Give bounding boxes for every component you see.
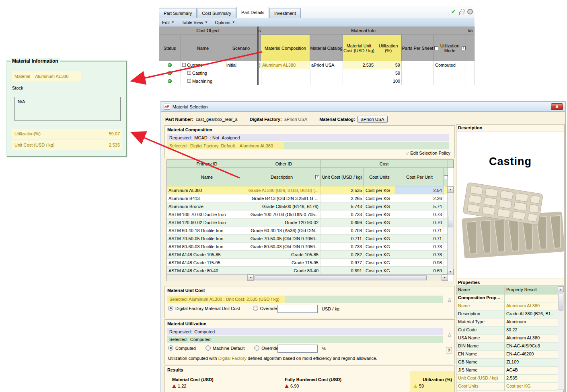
group-header-primary-id[interactable]: Primary ID: [167, 160, 247, 168]
property-row[interactable]: Cost UnitsCost per KG: [456, 383, 564, 391]
unit-label: %: [322, 346, 326, 351]
table-row-machining[interactable]: +Machining 100: [159, 77, 475, 85]
column-header-description[interactable]: Description+: [247, 168, 320, 186]
material-row[interactable]: ASTM 120-90-02 Ductile IronGrade 120-90-…: [167, 218, 448, 227]
material-row[interactable]: Aluminum BronzeGrade C95500 (B148, B176)…: [167, 202, 448, 210]
material-row[interactable]: ASTM A148 Grade 115-95Grade 115-950.977C…: [167, 259, 448, 267]
property-row[interactable]: NameAluminum AL380: [456, 302, 564, 310]
properties-column-name[interactable]: Name: [456, 286, 505, 294]
override-unit-cost-input[interactable]: [277, 305, 318, 313]
scroll-thumb[interactable]: [255, 275, 427, 280]
menu-label: Edit: [162, 20, 170, 25]
tab-part-summary[interactable]: Part Summary: [159, 8, 197, 18]
scroll-down-button[interactable]: ▼: [558, 390, 564, 392]
material-row-selected[interactable]: Aluminum AL380Grade AL380 (B26, B108, B6…: [167, 186, 448, 194]
selected-bar-text: Selected: Aluminum AL380 , Unit Cost: 2.…: [167, 296, 285, 303]
property-row[interactable]: Cut Code30.22: [456, 327, 564, 335]
column-header-material-unit-cost[interactable]: Material Unit Cost (USD / kg): [343, 35, 375, 61]
scroll-up-button[interactable]: ▲: [558, 286, 564, 292]
material-row[interactable]: ASTM 100-70-03 Ductile IronGrade 100-70-…: [167, 210, 448, 218]
column-header-material-catalog[interactable]: Material Catalog: [310, 35, 343, 61]
horizontal-scrollbar[interactable]: ◄ ►: [167, 274, 448, 281]
column-header-cost-per-unit[interactable]: Cost Per Unit: [395, 168, 444, 186]
material-row[interactable]: ASTM 70-50-05 Ductile IronGrade 70-50-05…: [167, 235, 448, 243]
column-header-unit-cost[interactable]: Unit Cost (USD / kg): [320, 168, 364, 186]
collapse-node-icon[interactable]: −: [182, 63, 186, 67]
tab-label: Part Details: [241, 10, 264, 15]
name-cell: −Current: [181, 61, 225, 69]
menu-table-view[interactable]: Table View▼: [182, 20, 208, 25]
column-header-parts-per-sheet[interactable]: Parts Per Sheet: [402, 35, 434, 61]
dialog-title-bar[interactable]: aP Material Selection ✖: [161, 102, 565, 112]
group-header-cost[interactable]: Cost: [320, 160, 448, 168]
radio-override-utilization[interactable]: [254, 345, 259, 351]
parts-per-sheet-cell: [402, 61, 434, 69]
scroll-thumb[interactable]: [559, 294, 563, 310]
property-row[interactable]: Material TypeAluminum: [456, 318, 564, 327]
unlocked-padlock-icon[interactable]: [459, 12, 464, 15]
unit-label: USD / kg: [322, 306, 339, 311]
property-row[interactable]: Unit Cost (USD / kg)2.535: [456, 375, 564, 383]
material-row[interactable]: ASTM A148 Grade 105-85Grade 105-850.782C…: [167, 251, 448, 259]
material-row[interactable]: ASTM 80-60-03 Ductile IronGrade 80-60-03…: [167, 243, 448, 251]
utilization-chip: Utilization(%) 59.07: [12, 129, 122, 139]
column-header-name[interactable]: Name: [181, 35, 225, 61]
table-row-casting[interactable]: +Casting 59: [159, 69, 475, 77]
override-utilization-input[interactable]: [277, 345, 318, 353]
column-header-material-composition[interactable]: Material Composition: [261, 35, 310, 61]
property-row[interactable]: DIN NameEN-AC-AlSi9Cu3: [456, 343, 564, 351]
column-header-name[interactable]: Name: [167, 168, 247, 186]
menu-options[interactable]: Options▼: [215, 20, 235, 25]
property-row[interactable]: EN NameEN-AC-46200: [456, 351, 564, 359]
column-header-utilization[interactable]: Utilization (%): [375, 35, 402, 61]
expand-column-icon[interactable]: +: [315, 175, 319, 179]
tab-part-details[interactable]: Part Details: [236, 7, 269, 18]
material-row[interactable]: Aluminum B413Grade B413 (Old DIN 3.2581 …: [167, 194, 448, 202]
collapse-column-icon[interactable]: −: [434, 46, 438, 50]
collapse-section-icon[interactable]: △: [448, 332, 451, 337]
property-row[interactable]: DescriptionGrade AL380 (B26, B1...: [456, 310, 564, 318]
collapse-column-icon[interactable]: −: [444, 175, 448, 179]
property-row[interactable]: Composition Prop...: [456, 294, 564, 302]
column-header-scenario[interactable]: Scenario: [225, 35, 257, 61]
scroll-right-button[interactable]: ►: [442, 274, 448, 281]
stock-value: N/A: [18, 99, 25, 104]
scroll-up-button[interactable]: ▲: [447, 186, 454, 193]
tab-investment[interactable]: Investment: [269, 8, 301, 18]
property-row[interactable]: JIS NameAC4B: [456, 367, 564, 375]
column-header-cost-units[interactable]: Cost Units: [364, 168, 395, 186]
radio-machine-default[interactable]: [205, 345, 211, 351]
group-header-clipped-right: Va: [466, 27, 475, 35]
radio-override-unit-cost[interactable]: [253, 306, 258, 311]
group-header-other-id[interactable]: Other ID: [247, 160, 320, 168]
expand-node-icon[interactable]: +: [187, 71, 191, 75]
material-catalog-button[interactable]: aPriori USA: [357, 116, 388, 123]
tab-cost-summary[interactable]: Cost Summary: [197, 8, 236, 18]
collapse-section-icon[interactable]: △: [448, 297, 451, 302]
scroll-thumb[interactable]: [448, 217, 453, 227]
vertical-scrollbar[interactable]: ▲ ▼: [447, 186, 454, 275]
property-row[interactable]: GB NameZL109: [456, 359, 564, 367]
column-header-utilization-mode[interactable]: − Utilization Mode +: [434, 35, 466, 61]
scroll-left-button[interactable]: ◄: [247, 274, 254, 281]
utilization-result-label: Utilization (%): [410, 377, 452, 382]
radio-digital-factory-unit-cost[interactable]: [168, 306, 173, 311]
edit-selection-policy-link[interactable]: ▽ Edit Selection Policy: [406, 151, 450, 155]
scroll-down-button[interactable]: ▼: [447, 269, 454, 275]
properties-scrollbar[interactable]: ▲ ▼: [558, 286, 564, 392]
close-button[interactable]: ✖: [551, 103, 563, 110]
expand-node-icon[interactable]: +: [187, 79, 191, 83]
material-row[interactable]: ASTM 60-40-18 Ductile IronGrade 60-40-18…: [167, 227, 448, 235]
column-header-status[interactable]: Status: [159, 35, 181, 61]
menu-edit[interactable]: Edit▼: [162, 20, 175, 25]
material-row[interactable]: ASTM A148 Grade 80-40Grade 80-400.691Cos…: [167, 267, 448, 275]
expand-column-icon[interactable]: +: [462, 46, 466, 50]
table-row-current[interactable]: −Current initial ) Aluminum AL380 aPrior…: [159, 61, 475, 69]
requested-bar: Requested: Computed: [167, 328, 443, 335]
radio-computed[interactable]: [168, 345, 173, 351]
property-row[interactable]: USA NameAluminum AL380: [456, 335, 564, 343]
properties-column-result[interactable]: Property Result: [505, 286, 558, 294]
help-icon[interactable]: ?: [446, 347, 452, 353]
menu-bar: Edit▼ Table View▼ Options▼: [159, 18, 475, 27]
description-header: Description: [456, 125, 564, 131]
